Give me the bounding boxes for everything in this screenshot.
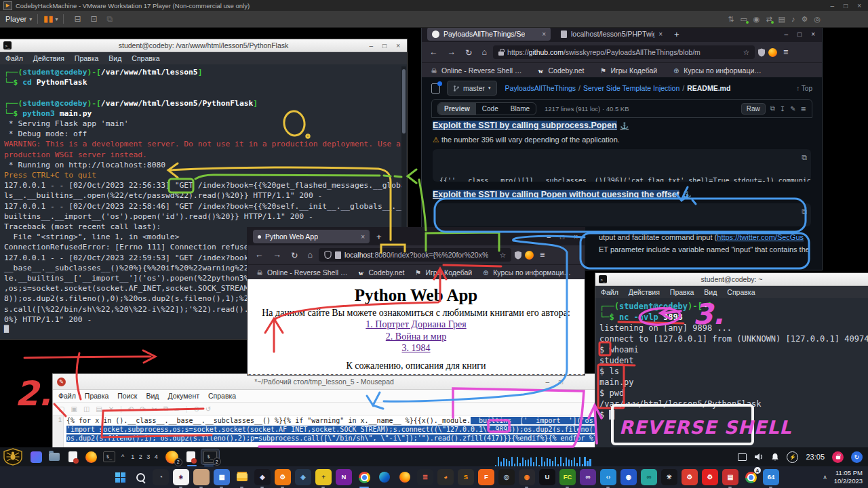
close-doc-icon[interactable]: ✕ (108, 405, 114, 413)
tab-code[interactable]: Code (476, 103, 505, 115)
taskbar-app-blender[interactable]: ◉ (519, 469, 535, 485)
new-tab-button[interactable]: + (674, 29, 679, 39)
firefox-account-icon[interactable] (525, 251, 534, 260)
bookmark-flag[interactable]: Игры Кодебай (414, 268, 472, 277)
tab-close-icon[interactable]: × (542, 30, 546, 38)
taskbar-app-camtasia[interactable]: ∞ (641, 469, 657, 485)
tab-python-web-app[interactable]: Python Web App × (253, 230, 370, 243)
mousepad-launcher[interactable] (66, 450, 79, 464)
book-link[interactable]: 2. Война и мир (248, 331, 585, 343)
shield-icon[interactable] (514, 251, 522, 260)
vmware-minimize-button[interactable]: – (831, 2, 835, 9)
taskbar-app-chrome-a[interactable]: A (743, 469, 759, 485)
taskbar-app-explorer[interactable] (234, 469, 250, 485)
tab-close-icon[interactable]: × (658, 30, 663, 38)
running-mousepad[interactable] (184, 450, 197, 464)
taskbar-app-keepass[interactable]: + (315, 469, 332, 485)
firefox-launcher[interactable] (84, 450, 98, 464)
taskbar-app-mixer[interactable]: ≣ (417, 469, 433, 485)
app-menu-button[interactable] (29, 450, 43, 464)
volume-icon[interactable] (754, 453, 764, 461)
vmware-close-button[interactable]: × (857, 2, 861, 9)
menu-item[interactable]: Вид (146, 392, 159, 400)
taskbar-app-unreal[interactable]: U (539, 469, 555, 485)
menu-item[interactable]: Поиск (117, 392, 137, 400)
taskbar-app-obsidian[interactable]: ◆ (254, 469, 271, 485)
taskbar-app-search[interactable] (132, 469, 149, 485)
power-icon[interactable]: ⚡ (787, 451, 798, 463)
back-button[interactable]: ← (252, 250, 267, 260)
bookmark-star-icon[interactable]: ☆ (500, 251, 506, 259)
menu-item[interactable]: Справка (132, 54, 159, 62)
minimize-button[interactable]: – (370, 42, 374, 49)
paste-icon[interactable]: ▱ (174, 405, 180, 413)
window-list-icon[interactable] (738, 453, 747, 461)
menu-item[interactable]: Правка (75, 54, 98, 62)
tab-localhost-phptwig[interactable]: localhost/lesson5/PHPTwigI × (556, 27, 667, 41)
shield-icon[interactable] (757, 48, 766, 57)
menu-icon[interactable]: ≡ (780, 47, 791, 57)
taskbar-app-fc[interactable]: FC (559, 469, 576, 485)
firefox-account-icon[interactable] (768, 48, 777, 57)
vmware-maximize-button[interactable]: □ (844, 2, 848, 9)
bookmark-globe[interactable]: Курсы по информаци… (672, 66, 762, 75)
taskbar-app-dashboard[interactable]: ◔ (153, 469, 169, 485)
power-icon[interactable]: ◉ (753, 15, 760, 24)
taskbar-app-virtualbox[interactable]: ◈ (295, 469, 311, 485)
bookmark-w[interactable]: Codeby.net (357, 268, 404, 277)
url-bar[interactable]: https://github.com/swisskyrepo/PayloadsA… (493, 45, 755, 59)
menu-item[interactable]: Правка (670, 288, 694, 296)
back-to-top-link[interactable]: ↑ Top (796, 85, 812, 92)
taskbar-app-gear-orange[interactable]: ⚙ (275, 469, 291, 485)
open-file-icon[interactable]: ▣ (71, 405, 77, 413)
usb-icon[interactable]: ⇅ (728, 15, 734, 24)
unity-icon[interactable]: ⧉ (107, 14, 113, 24)
menu-item[interactable]: Файл (58, 392, 76, 400)
file-manager-launcher[interactable] (47, 450, 61, 464)
mousepad-titlebar[interactable]: ✎ *~/Рабочий стол/tmp_lesson_5 - Mousepa… (53, 374, 595, 390)
twitter-link[interactable]: https://twitter.com/SecGus (717, 233, 804, 241)
save-icon[interactable]: ◫ (83, 405, 90, 413)
send-ctrl-alt-del-icon[interactable]: ⊟ (74, 14, 81, 24)
taskbar-app-pin64[interactable]: 64 (763, 469, 779, 485)
ssti-popen-heading[interactable]: Exploit the SSTI by calling Popen withou… (433, 190, 691, 199)
display-icon[interactable]: ▭ (740, 15, 747, 24)
codeby-logo-icon[interactable] (1, 448, 24, 466)
reload-button[interactable]: ↻ (462, 47, 475, 58)
notifications-bell-icon[interactable] (771, 453, 779, 462)
find-icon[interactable]: ⊙ (193, 405, 199, 413)
menu-item[interactable]: Вид (108, 54, 121, 62)
tab-blame[interactable]: Blame (505, 103, 536, 115)
edit-icon[interactable]: ✎ (790, 105, 795, 113)
url-bar[interactable]: localhost:8080/index?book={%%20for%20x% … (319, 248, 511, 262)
running-firefox[interactable]: 2 (163, 449, 180, 465)
screen-lock-icon[interactable] (832, 451, 844, 463)
new-tab-button[interactable]: + (376, 232, 382, 242)
maximize-button[interactable]: □ (382, 42, 387, 49)
taskbar-app-ghost[interactable]: ✳ (661, 469, 677, 485)
book-link[interactable]: 3. 1984 (248, 342, 585, 354)
taskbar-app-onenote[interactable]: N (336, 469, 352, 485)
taskbar-app-visual-studio[interactable]: ∞ (580, 469, 596, 485)
taskbar-app-edge[interactable] (376, 469, 393, 485)
taskbar-app-redgear1[interactable]: ⚙ (682, 469, 698, 485)
bookmark-skull[interactable]: Online - Reverse Shell … (256, 268, 347, 277)
taskbar-app-vscode[interactable]: ‹› (600, 469, 616, 485)
home-button[interactable]: ⌂ (304, 250, 316, 260)
book-link[interactable]: 1. Портрет Дориана Грея (248, 319, 585, 331)
workspace-pager[interactable]: 1 2 3 4 (131, 453, 159, 460)
taskbar-app-cinema[interactable]: ◎ (498, 469, 515, 485)
back-button[interactable]: ← (426, 47, 441, 57)
breadcrumb-folder[interactable]: Server Side Template Injection (583, 84, 679, 92)
taskbar-app-sublime[interactable]: S (458, 469, 474, 485)
scrollbar-thumb[interactable] (402, 69, 406, 134)
copy-code-icon[interactable]: ⧉ (802, 207, 807, 218)
vm-clock[interactable]: 23:05 (806, 453, 825, 461)
minimize-button[interactable]: – (785, 30, 789, 38)
maximize-button[interactable]: □ (560, 233, 564, 241)
tab-close-icon[interactable]: × (361, 233, 365, 241)
tab-payloadsallthethings[interactable]: PayloadsAllTheThings/Se × (427, 27, 551, 41)
menu-item[interactable]: Справка (208, 392, 236, 400)
menu-item[interactable]: Вид (704, 288, 717, 296)
breadcrumb-repo[interactable]: PayloadsAllTheThings (505, 84, 576, 92)
